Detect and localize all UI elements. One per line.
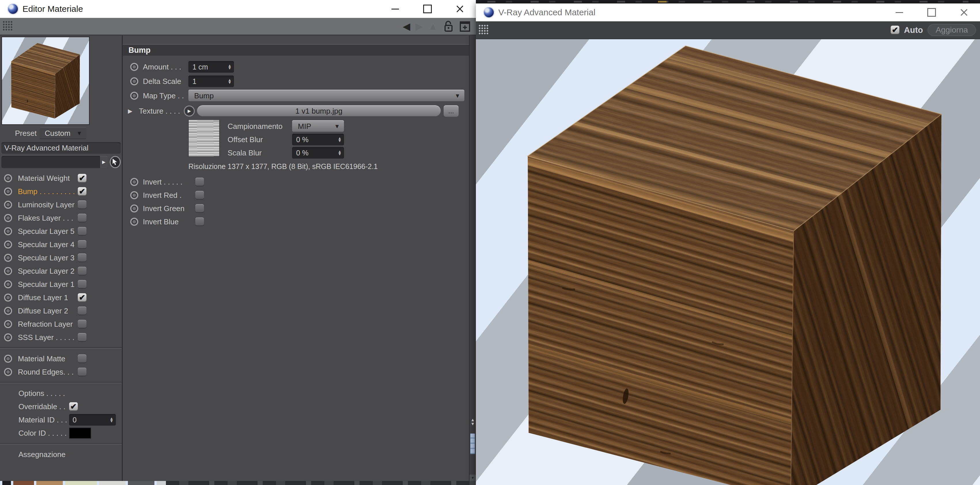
channel-enable-checkbox[interactable] <box>78 368 86 376</box>
pick-material-button[interactable] <box>110 156 121 168</box>
material-editor-titlebar[interactable]: Editor Materiale <box>0 0 476 18</box>
channel-row-refraction-layer[interactable]: Refraction Layer <box>0 317 122 331</box>
scroll-down-icon[interactable]: ▼ <box>471 422 475 426</box>
channel-enable-checkbox[interactable] <box>78 333 86 342</box>
map-type-radio[interactable] <box>130 92 138 100</box>
maximize-button[interactable] <box>411 0 444 18</box>
channel-radio[interactable] <box>4 280 12 288</box>
invert-row-invert[interactable]: Invert . . . . . <box>123 175 469 188</box>
channel-radio[interactable] <box>4 201 12 209</box>
search-input[interactable] <box>2 156 100 168</box>
invert-checkbox[interactable] <box>195 217 204 226</box>
spin-down-icon[interactable]: ▼ <box>337 140 342 142</box>
channel-enable-checkbox[interactable] <box>78 227 86 236</box>
channel-enable-checkbox[interactable]: ✔ <box>78 187 86 196</box>
channel-row-diffuse-layer-1[interactable]: Diffuse Layer 1✔ <box>0 291 122 304</box>
invert-checkbox[interactable] <box>195 204 204 213</box>
invert-row-invert-red[interactable]: Invert Red . <box>123 188 469 202</box>
invert-row-invert-blue[interactable]: Invert Blue <box>123 215 469 228</box>
invert-checkbox[interactable] <box>195 191 204 199</box>
channel-row-specular-layer-5[interactable]: Specular Layer 5 <box>0 225 122 238</box>
spin-down-icon[interactable]: ▼ <box>337 153 342 155</box>
channel-row-luminosity-layer[interactable]: Luminosity Layer <box>0 198 122 211</box>
channel-radio[interactable] <box>4 227 12 235</box>
texture-thumbnail[interactable] <box>188 120 220 156</box>
close-button[interactable] <box>444 0 476 18</box>
channel-radio[interactable] <box>4 214 12 222</box>
invert-checkbox[interactable] <box>195 178 204 186</box>
auto-update-checkbox[interactable]: ✔ <box>891 26 899 34</box>
channel-radio[interactable] <box>4 320 12 328</box>
forward-arrow-icon[interactable]: ▶ <box>415 21 423 31</box>
channel-row-flakes-layer[interactable]: Flakes Layer . . . . <box>0 211 122 225</box>
delta-scale-radio[interactable] <box>130 77 138 85</box>
channel-radio[interactable] <box>4 187 12 196</box>
campionamento-dropdown[interactable]: MIP ▼ <box>292 120 344 132</box>
amount-field[interactable]: 1 cm ▲▼ <box>188 61 234 73</box>
channel-row-round-edges[interactable]: Round Edges. . . <box>0 365 122 379</box>
channel-row-sss-layer[interactable]: SSS Layer . . . . . . <box>0 331 122 344</box>
preset-dropdown[interactable]: Custom ▼ <box>40 128 86 139</box>
spin-down-icon[interactable]: ▼ <box>228 67 232 70</box>
invert-row-invert-green[interactable]: Invert Green <box>123 202 469 215</box>
maximize-button[interactable] <box>915 3 948 21</box>
delta-scale-field[interactable]: 1 ▲▼ <box>188 75 234 87</box>
map-type-dropdown[interactable]: Bump ▼ <box>188 90 465 102</box>
close-button[interactable] <box>948 3 980 21</box>
channel-radio[interactable] <box>4 267 12 275</box>
minimize-button[interactable] <box>883 3 915 21</box>
channel-radio[interactable] <box>4 333 12 341</box>
channel-enable-checkbox[interactable] <box>78 267 86 275</box>
texture-browse-button[interactable]: ... <box>444 105 458 117</box>
channel-enable-checkbox[interactable] <box>78 280 86 289</box>
vray-preview-titlebar[interactable]: V-Ray Advanced Material <box>476 3 980 21</box>
channel-row-bump[interactable]: Bump . . . . . . . . .✔ <box>0 185 122 198</box>
channel-enable-checkbox[interactable] <box>78 254 86 262</box>
drag-grip-icon[interactable] <box>479 25 489 35</box>
invert-radio[interactable] <box>130 218 138 226</box>
material-preview[interactable] <box>2 37 89 125</box>
update-button[interactable]: Aggiorna <box>928 24 976 36</box>
channel-enable-checkbox[interactable]: ✔ <box>78 174 86 182</box>
invert-radio[interactable] <box>130 191 138 199</box>
texture-preview-button[interactable]: ▶ <box>184 105 195 116</box>
invert-radio[interactable] <box>130 178 138 186</box>
channel-row-material-weight[interactable]: Material Weight✔ <box>0 172 122 185</box>
channel-radio[interactable] <box>4 368 12 376</box>
lock-open-icon[interactable] <box>443 20 454 32</box>
material-id-stepper[interactable]: 0 ▲ ▼ <box>69 414 116 426</box>
spinner-arrows[interactable]: ▲ ▼ <box>110 417 113 422</box>
channel-enable-checkbox[interactable] <box>78 354 86 363</box>
spin-down-icon[interactable]: ▼ <box>110 420 113 423</box>
material-name-field[interactable]: V-Ray Advanced Material <box>2 142 121 154</box>
drag-grip-icon[interactable] <box>3 21 13 32</box>
expand-right-icon[interactable]: ▶ <box>128 108 134 115</box>
channel-enable-checkbox[interactable] <box>78 200 86 209</box>
add-icon[interactable] <box>459 20 471 32</box>
back-arrow-icon[interactable]: ◀ <box>403 21 410 31</box>
material-render-viewport[interactable] <box>476 39 980 485</box>
channel-enable-checkbox[interactable] <box>78 320 86 329</box>
channel-radio[interactable] <box>4 174 12 182</box>
bump-section-header[interactable]: Bump <box>123 44 469 56</box>
vertical-scrollbar[interactable]: ▲ ▼ ▼ <box>469 35 476 481</box>
scrollbar-thumb[interactable] <box>470 433 475 454</box>
channel-radio[interactable] <box>4 355 12 363</box>
channel-row-specular-layer-4[interactable]: Specular Layer 4 <box>0 238 122 251</box>
minimize-button[interactable] <box>379 0 411 18</box>
offset-blur-field[interactable]: 0 % ▲▼ <box>292 134 344 145</box>
channel-radio[interactable] <box>4 307 12 315</box>
channel-radio[interactable] <box>4 241 12 249</box>
channel-row-specular-layer-3[interactable]: Specular Layer 3 <box>0 251 122 265</box>
channel-row-material-matte[interactable]: Material Matte <box>0 352 122 365</box>
channel-row-specular-layer-2[interactable]: Specular Layer 2 <box>0 265 122 278</box>
channel-row-diffuse-layer-2[interactable]: Diffuse Layer 2 <box>0 304 122 317</box>
up-arrow-icon[interactable]: ▲ <box>428 21 438 31</box>
channel-enable-checkbox[interactable] <box>78 306 86 315</box>
channel-radio[interactable] <box>4 294 12 302</box>
search-expand-button[interactable]: ▶ <box>100 156 107 168</box>
channel-row-specular-layer-1[interactable]: Specular Layer 1 <box>0 278 122 291</box>
channel-enable-checkbox[interactable] <box>78 214 86 222</box>
amount-radio[interactable] <box>130 63 138 71</box>
scala-blur-field[interactable]: 0 % ▲▼ <box>292 147 344 159</box>
